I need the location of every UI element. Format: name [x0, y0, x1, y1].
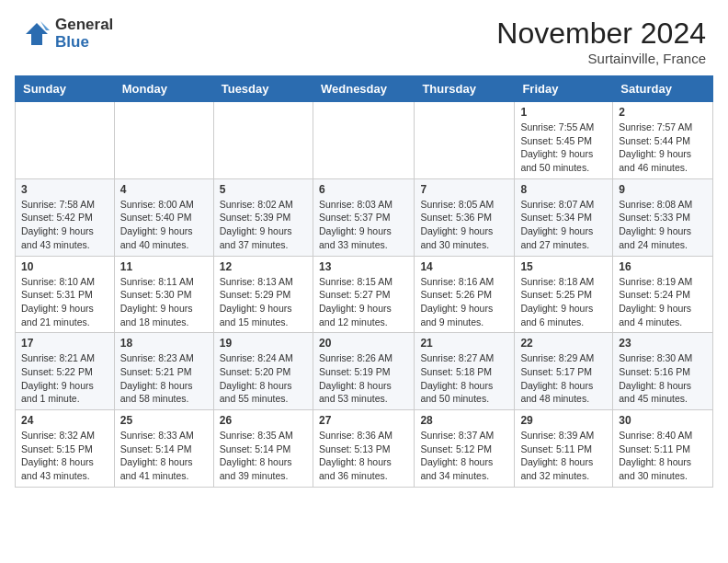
location: Surtainville, France [496, 51, 706, 66]
day-number: 8 [520, 183, 607, 196]
header-monday: Monday [114, 76, 213, 102]
day-info: Sunrise: 8:23 AM Sunset: 5:21 PM Dayligh… [120, 351, 208, 406]
calendar-cell: 30Sunrise: 8:40 AM Sunset: 5:11 PM Dayli… [613, 410, 713, 488]
week-row-4: 24Sunrise: 8:32 AM Sunset: 5:15 PM Dayli… [16, 410, 713, 488]
day-info: Sunrise: 8:35 AM Sunset: 5:14 PM Dayligh… [220, 429, 307, 483]
header-row: SundayMondayTuesdayWednesdayThursdayFrid… [16, 76, 713, 102]
calendar-cell: 20Sunrise: 8:26 AM Sunset: 5:19 PM Dayli… [313, 333, 414, 410]
calendar-cell: 23Sunrise: 8:30 AM Sunset: 5:16 PM Dayli… [613, 333, 713, 410]
day-info: Sunrise: 8:26 AM Sunset: 5:19 PM Dayligh… [319, 351, 408, 406]
calendar-cell: 19Sunrise: 8:24 AM Sunset: 5:20 PM Dayli… [213, 333, 313, 410]
day-info: Sunrise: 8:15 AM Sunset: 5:27 PM Dayligh… [319, 275, 408, 329]
calendar-cell: 25Sunrise: 8:33 AM Sunset: 5:14 PM Dayli… [114, 410, 213, 488]
calendar-cell: 27Sunrise: 8:36 AM Sunset: 5:13 PM Dayli… [313, 410, 414, 488]
day-number: 7 [420, 183, 508, 196]
day-number: 12 [220, 260, 307, 273]
day-number: 21 [420, 337, 508, 350]
day-number: 29 [520, 414, 607, 427]
calendar-header: SundayMondayTuesdayWednesdayThursdayFrid… [16, 76, 713, 102]
day-number: 14 [420, 260, 508, 273]
day-info: Sunrise: 8:37 AM Sunset: 5:12 PM Dayligh… [420, 429, 508, 483]
day-number: 19 [220, 337, 307, 350]
day-number: 24 [21, 414, 108, 427]
calendar-cell: 6Sunrise: 8:03 AM Sunset: 5:37 PM Daylig… [313, 178, 414, 256]
day-number: 18 [120, 337, 208, 350]
calendar-cell [213, 102, 313, 179]
month-title: November 2024 [496, 17, 706, 51]
day-info: Sunrise: 8:39 AM Sunset: 5:11 PM Dayligh… [520, 429, 607, 483]
calendar-cell: 14Sunrise: 8:16 AM Sunset: 5:26 PM Dayli… [415, 256, 515, 333]
calendar-cell: 22Sunrise: 8:29 AM Sunset: 5:17 PM Dayli… [515, 333, 613, 410]
calendar-wrap: SundayMondayTuesdayWednesdayThursdayFrid… [0, 75, 728, 495]
day-number: 22 [520, 337, 607, 350]
week-row-2: 10Sunrise: 8:10 AM Sunset: 5:31 PM Dayli… [16, 256, 713, 333]
day-number: 28 [420, 414, 508, 427]
calendar-cell: 10Sunrise: 8:10 AM Sunset: 5:31 PM Dayli… [16, 256, 115, 333]
calendar-cell: 16Sunrise: 8:19 AM Sunset: 5:24 PM Dayli… [613, 256, 713, 333]
day-number: 5 [220, 183, 307, 196]
calendar-cell: 2Sunrise: 7:57 AM Sunset: 5:44 PM Daylig… [613, 102, 713, 179]
title-section: November 2024 Surtainville, France [496, 17, 706, 66]
header-thursday: Thursday [415, 76, 515, 102]
day-info: Sunrise: 8:00 AM Sunset: 5:40 PM Dayligh… [120, 198, 208, 252]
day-info: Sunrise: 8:30 AM Sunset: 5:16 PM Dayligh… [619, 351, 707, 406]
day-number: 16 [619, 260, 707, 273]
day-info: Sunrise: 8:36 AM Sunset: 5:13 PM Dayligh… [319, 429, 408, 483]
day-number: 2 [619, 106, 707, 119]
calendar-cell [16, 102, 115, 179]
day-number: 23 [619, 337, 707, 350]
week-row-1: 3Sunrise: 7:58 AM Sunset: 5:42 PM Daylig… [16, 178, 713, 256]
day-info: Sunrise: 8:32 AM Sunset: 5:15 PM Dayligh… [21, 429, 108, 483]
calendar-cell: 9Sunrise: 8:08 AM Sunset: 5:33 PM Daylig… [613, 178, 713, 256]
day-info: Sunrise: 8:07 AM Sunset: 5:34 PM Dayligh… [520, 198, 607, 252]
day-number: 13 [319, 260, 408, 273]
day-info: Sunrise: 8:13 AM Sunset: 5:29 PM Dayligh… [220, 275, 307, 329]
day-info: Sunrise: 8:03 AM Sunset: 5:37 PM Dayligh… [319, 198, 408, 252]
calendar-cell: 8Sunrise: 8:07 AM Sunset: 5:34 PM Daylig… [515, 178, 613, 256]
calendar-cell: 26Sunrise: 8:35 AM Sunset: 5:14 PM Dayli… [213, 410, 313, 488]
day-info: Sunrise: 8:08 AM Sunset: 5:33 PM Dayligh… [619, 198, 707, 252]
day-info: Sunrise: 7:55 AM Sunset: 5:45 PM Dayligh… [520, 121, 607, 175]
logo-icon [22, 19, 51, 49]
day-info: Sunrise: 8:27 AM Sunset: 5:18 PM Dayligh… [420, 351, 508, 406]
calendar-cell: 29Sunrise: 8:39 AM Sunset: 5:11 PM Dayli… [515, 410, 613, 488]
day-info: Sunrise: 8:05 AM Sunset: 5:36 PM Dayligh… [420, 198, 508, 252]
calendar-cell: 7Sunrise: 8:05 AM Sunset: 5:36 PM Daylig… [415, 178, 515, 256]
day-number: 15 [520, 260, 607, 273]
calendar-table: SundayMondayTuesdayWednesdayThursdayFrid… [15, 75, 713, 488]
calendar-cell [313, 102, 414, 179]
day-info: Sunrise: 8:11 AM Sunset: 5:30 PM Dayligh… [120, 275, 208, 329]
calendar-cell [415, 102, 515, 179]
calendar-cell: 17Sunrise: 8:21 AM Sunset: 5:22 PM Dayli… [16, 333, 115, 410]
header-tuesday: Tuesday [213, 76, 313, 102]
calendar-cell: 3Sunrise: 7:58 AM Sunset: 5:42 PM Daylig… [16, 178, 115, 256]
day-number: 3 [21, 183, 108, 196]
calendar-cell [114, 102, 213, 179]
day-number: 4 [120, 183, 208, 196]
day-number: 17 [21, 337, 108, 350]
logo-blue-text: Blue [55, 34, 113, 52]
calendar-cell: 18Sunrise: 8:23 AM Sunset: 5:21 PM Dayli… [114, 333, 213, 410]
week-row-3: 17Sunrise: 8:21 AM Sunset: 5:22 PM Dayli… [16, 333, 713, 410]
calendar-cell: 13Sunrise: 8:15 AM Sunset: 5:27 PM Dayli… [313, 256, 414, 333]
header-sunday: Sunday [16, 76, 115, 102]
calendar-cell: 12Sunrise: 8:13 AM Sunset: 5:29 PM Dayli… [213, 256, 313, 333]
week-row-0: 1Sunrise: 7:55 AM Sunset: 5:45 PM Daylig… [16, 102, 713, 179]
calendar-cell: 21Sunrise: 8:27 AM Sunset: 5:18 PM Dayli… [415, 333, 515, 410]
day-number: 10 [21, 260, 108, 273]
day-number: 20 [319, 337, 408, 350]
day-info: Sunrise: 8:10 AM Sunset: 5:31 PM Dayligh… [21, 275, 108, 329]
calendar-cell: 15Sunrise: 8:18 AM Sunset: 5:25 PM Dayli… [515, 256, 613, 333]
header-friday: Friday [515, 76, 613, 102]
day-number: 9 [619, 183, 707, 196]
day-info: Sunrise: 8:24 AM Sunset: 5:20 PM Dayligh… [220, 351, 307, 406]
day-number: 11 [120, 260, 208, 273]
header-wednesday: Wednesday [313, 76, 414, 102]
day-number: 6 [319, 183, 408, 196]
day-number: 27 [319, 414, 408, 427]
day-number: 30 [619, 414, 707, 427]
day-info: Sunrise: 8:19 AM Sunset: 5:24 PM Dayligh… [619, 275, 707, 329]
day-info: Sunrise: 8:16 AM Sunset: 5:26 PM Dayligh… [420, 275, 508, 329]
day-info: Sunrise: 8:33 AM Sunset: 5:14 PM Dayligh… [120, 429, 208, 483]
page-header: General Blue November 2024 Surtainville,… [0, 0, 728, 75]
